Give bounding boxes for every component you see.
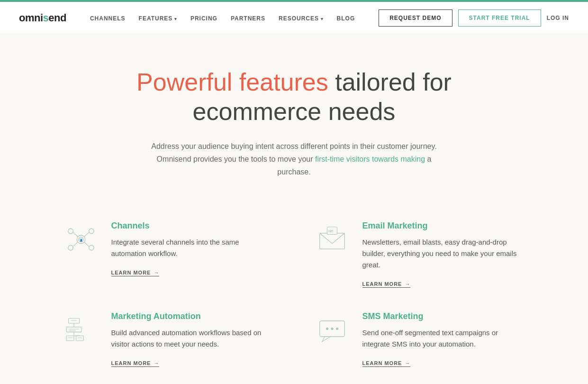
- svg-text:👤: 👤: [79, 239, 82, 242]
- nav-links: CHANNELS FEATURES PRICING PARTNERS RESOU…: [90, 14, 355, 22]
- nav-actions: REQUEST DEMO START FREE TRIAL LOG IN: [379, 9, 569, 27]
- feature-marketing-automation: Marketing Automation Build advanced auto…: [62, 311, 275, 367]
- hero-section: Powerful features tailored forecommerce …: [0, 34, 588, 202]
- marketing-automation-desc: Build advanced automation workflows base…: [111, 327, 275, 350]
- email-marketing-learn-more[interactable]: LEARN MORE →: [362, 281, 411, 288]
- nav-item-channels[interactable]: CHANNELS: [90, 14, 126, 22]
- marketing-automation-content: Marketing Automation Build advanced auto…: [111, 311, 275, 367]
- channels-icon: 👤: [62, 221, 100, 256]
- marketing-automation-icon: [62, 311, 100, 347]
- svg-point-5: [89, 246, 94, 251]
- email-marketing-content: Email Marketing Newsletters, email blast…: [362, 221, 526, 288]
- request-demo-button[interactable]: REQUEST DEMO: [379, 9, 452, 27]
- email-marketing-title: Email Marketing: [362, 221, 526, 231]
- svg-line-7: [84, 232, 89, 237]
- marketing-automation-title: Marketing Automation: [111, 311, 275, 321]
- svg-rect-12: [319, 233, 344, 249]
- channels-content: Channels Integrate several channels into…: [111, 221, 275, 276]
- site-logo[interactable]: omnisend: [19, 12, 66, 24]
- svg-rect-19: [66, 336, 74, 341]
- sms-marketing-title: SMS Marketing: [362, 311, 526, 321]
- svg-point-29: [331, 328, 333, 330]
- sms-marketing-desc: Send one-off segmented text campaigns or…: [362, 327, 526, 350]
- channels-learn-more[interactable]: LEARN MORE →: [111, 270, 160, 276]
- hero-highlight-text: first-time visitors towards making: [315, 155, 425, 163]
- hero-heading-colored: Powerful features: [136, 68, 328, 96]
- sms-marketing-learn-more[interactable]: LEARN MORE →: [362, 360, 411, 367]
- nav-item-partners[interactable]: PARTNERS: [231, 14, 265, 22]
- nav-item-pricing[interactable]: PRICING: [190, 14, 217, 22]
- feature-email-marketing: HI! Email Marketing Newsletters, email b…: [313, 221, 526, 288]
- svg-point-28: [326, 328, 328, 330]
- nav-item-blog[interactable]: BLOG: [337, 14, 355, 22]
- svg-point-4: [68, 246, 73, 251]
- sms-marketing-content: SMS Marketing Send one-off segmented tex…: [362, 311, 526, 367]
- feature-sms-marketing: SMS Marketing Send one-off segmented tex…: [313, 311, 526, 367]
- start-free-trial-button[interactable]: START FREE TRIAL: [458, 9, 541, 27]
- svg-line-9: [84, 242, 89, 247]
- hero-heading: Powerful features tailored forecommerce …: [9, 67, 579, 127]
- nav-item-features[interactable]: FEATURES: [139, 14, 177, 22]
- main-nav: omnisend CHANNELS FEATURES PRICING PARTN…: [0, 2, 588, 34]
- svg-point-30: [335, 328, 338, 330]
- marketing-automation-learn-more[interactable]: LEARN MORE →: [111, 360, 160, 367]
- svg-point-3: [89, 229, 94, 234]
- channels-desc: Integrate several channels into the same…: [111, 237, 275, 259]
- email-marketing-desc: Newsletters, email blasts, easy drag-and…: [362, 237, 526, 271]
- channels-title: Channels: [111, 221, 275, 231]
- svg-point-2: [68, 229, 73, 234]
- feature-channels: 👤 Channels Integrate several channels in…: [62, 221, 275, 288]
- svg-text:HI!: HI!: [328, 229, 333, 233]
- svg-line-6: [73, 232, 78, 237]
- nav-item-resources[interactable]: RESOURCES: [279, 14, 324, 22]
- svg-line-8: [73, 242, 78, 247]
- hero-description: Address your audience buying intent acro…: [143, 140, 446, 179]
- svg-rect-15: [68, 319, 79, 324]
- features-grid: 👤 Channels Integrate several channels in…: [34, 221, 555, 384]
- sms-marketing-icon: [313, 311, 351, 347]
- svg-rect-20: [76, 336, 83, 341]
- email-marketing-icon: HI!: [313, 221, 351, 256]
- login-button[interactable]: LOG IN: [547, 15, 569, 21]
- svg-rect-17: [66, 327, 81, 332]
